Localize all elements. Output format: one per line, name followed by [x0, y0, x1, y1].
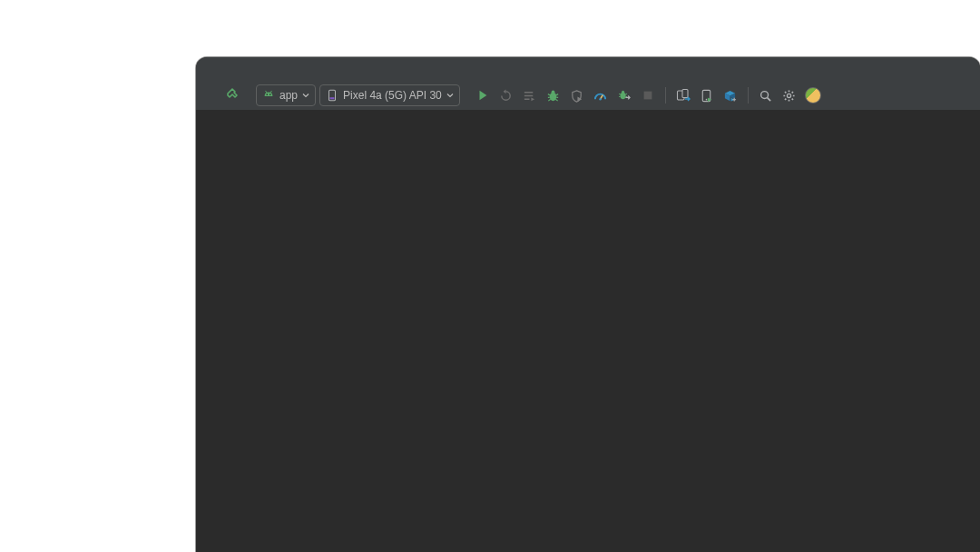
- profiler-button[interactable]: [591, 85, 611, 105]
- svg-line-3: [270, 91, 271, 93]
- svg-point-1: [270, 94, 271, 95]
- module-selector-label: app: [279, 89, 298, 102]
- svg-point-32: [761, 91, 769, 98]
- svg-line-33: [768, 97, 771, 101]
- search-everywhere-button[interactable]: [756, 85, 776, 105]
- device-selector-label: Pixel 4a (5G) API 30: [343, 89, 442, 102]
- android-icon: [262, 89, 275, 102]
- resource-manager-icon: [723, 89, 737, 103]
- apply-code-changes-icon: [523, 89, 536, 103]
- module-selector[interactable]: app: [256, 84, 316, 106]
- settings-button[interactable]: [779, 85, 799, 105]
- svg-line-11: [548, 94, 550, 94]
- run-coverage-icon: [570, 89, 583, 103]
- toolbar-separator: [665, 87, 666, 104]
- debug-button[interactable]: [544, 85, 564, 105]
- ide-window: app Pixel 4a (5G) API 30: [196, 57, 980, 552]
- svg-point-20: [622, 90, 624, 93]
- svg-line-40: [792, 98, 793, 99]
- titlebar-area: [196, 57, 980, 81]
- stop-icon: [642, 89, 654, 102]
- svg-point-0: [266, 94, 268, 95]
- svg-rect-27: [682, 90, 688, 98]
- gear-icon: [782, 89, 796, 103]
- svg-rect-5: [330, 97, 335, 99]
- svg-line-16: [556, 99, 558, 101]
- toolbar-separator: [748, 87, 749, 104]
- build-button[interactable]: [223, 85, 243, 105]
- hammer-icon: [226, 88, 240, 103]
- editor-area: [196, 110, 980, 552]
- sdk-manager-icon: [700, 89, 713, 103]
- svg-point-18: [600, 98, 602, 100]
- account-button[interactable]: [803, 85, 823, 105]
- svg-line-41: [792, 92, 793, 93]
- resource-manager-button[interactable]: [720, 85, 740, 105]
- avatar-icon: [805, 87, 821, 104]
- chevron-down-icon: [302, 92, 309, 99]
- search-icon: [759, 89, 772, 103]
- svg-line-42: [785, 98, 786, 99]
- svg-line-15: [549, 99, 551, 101]
- svg-line-21: [619, 94, 621, 94]
- svg-line-12: [556, 94, 558, 94]
- apply-code-changes-button[interactable]: [520, 85, 540, 105]
- stop-button[interactable]: [638, 85, 658, 105]
- play-icon: [476, 89, 489, 102]
- attach-debugger-icon: [617, 89, 631, 103]
- phone-icon: [326, 89, 338, 102]
- apply-changes-restart-icon: [499, 89, 513, 103]
- svg-point-34: [788, 94, 791, 97]
- run-coverage-button[interactable]: [567, 85, 587, 105]
- svg-rect-25: [643, 92, 652, 100]
- svg-point-10: [552, 90, 555, 94]
- svg-point-29: [706, 98, 708, 100]
- attach-debugger-button[interactable]: [614, 85, 634, 105]
- avd-manager-icon: [676, 88, 691, 103]
- device-selector[interactable]: Pixel 4a (5G) API 30: [319, 84, 460, 106]
- sdk-manager-button[interactable]: [697, 85, 717, 105]
- profiler-icon: [593, 89, 607, 103]
- run-button[interactable]: [473, 85, 493, 105]
- chevron-down-icon: [446, 92, 454, 99]
- debug-icon: [546, 89, 560, 103]
- avd-manager-button[interactable]: [673, 85, 693, 105]
- svg-point-19: [621, 92, 626, 99]
- svg-line-39: [785, 92, 786, 93]
- svg-line-2: [266, 91, 267, 93]
- svg-line-22: [625, 94, 627, 94]
- main-toolbar: app Pixel 4a (5G) API 30: [196, 81, 980, 110]
- apply-changes-restart-button[interactable]: [496, 85, 516, 105]
